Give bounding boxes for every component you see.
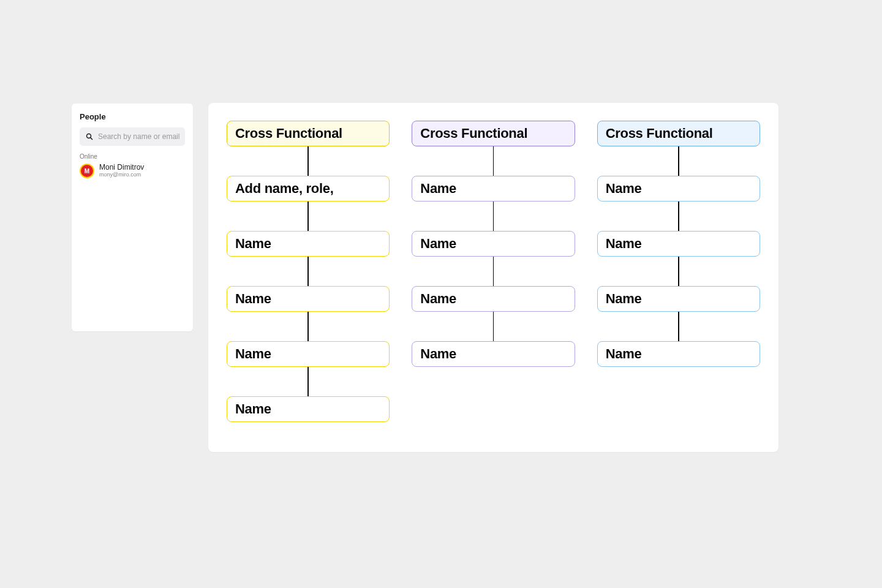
column-blue: Cross Functional Name Name Name Name: [597, 121, 760, 422]
connector: [307, 312, 309, 341]
org-node[interactable]: Name: [227, 286, 390, 312]
org-node[interactable]: Name: [227, 341, 390, 367]
column-yellow: Cross Functional Add name, role, Name Na…: [227, 121, 390, 422]
person-email: mony@miro.com: [99, 172, 144, 178]
connector: [307, 202, 309, 231]
org-node[interactable]: Name: [597, 286, 760, 312]
person-name: Moni Dimitrov: [99, 164, 144, 172]
connector: [307, 257, 309, 286]
person-text: Moni Dimitrov mony@miro.com: [99, 164, 144, 178]
people-panel: People Online M Moni Dimitrov mony@miro.…: [72, 104, 193, 331]
column-header[interactable]: Cross Functional: [412, 121, 575, 146]
org-node[interactable]: Name: [227, 231, 390, 257]
column-purple: Cross Functional Name Name Name Name: [412, 121, 575, 422]
org-node[interactable]: Name: [412, 176, 575, 202]
connector: [678, 202, 679, 231]
org-node[interactable]: Name: [597, 231, 760, 257]
connector: [493, 257, 494, 286]
connector: [678, 257, 679, 286]
search-input[interactable]: [98, 132, 190, 141]
connector: [307, 367, 309, 396]
connector: [493, 312, 494, 341]
connector: [307, 146, 309, 176]
org-node[interactable]: Name: [597, 176, 760, 202]
column-header[interactable]: Cross Functional: [597, 121, 760, 146]
diagram-canvas[interactable]: Cross Functional Add name, role, Name Na…: [208, 103, 778, 452]
org-node[interactable]: Name: [597, 341, 760, 367]
connector: [493, 202, 494, 231]
connector: [493, 146, 494, 176]
column-header[interactable]: Cross Functional: [227, 121, 390, 146]
connector: [678, 312, 679, 341]
org-node[interactable]: Name: [412, 286, 575, 312]
connector: [678, 146, 679, 176]
svg-point-0: [87, 134, 91, 138]
online-section-label: Online: [80, 153, 185, 160]
org-node[interactable]: Add name, role,: [227, 176, 390, 202]
search-icon: [86, 133, 93, 140]
avatar: M: [80, 164, 94, 178]
org-node[interactable]: Name: [227, 396, 390, 422]
people-title: People: [80, 112, 185, 121]
org-node[interactable]: Name: [412, 341, 575, 367]
columns: Cross Functional Add name, role, Name Na…: [227, 121, 760, 422]
person-row[interactable]: M Moni Dimitrov mony@miro.com: [80, 164, 185, 178]
org-node[interactable]: Name: [412, 231, 575, 257]
svg-line-1: [91, 138, 93, 140]
search-field[interactable]: [80, 127, 185, 146]
